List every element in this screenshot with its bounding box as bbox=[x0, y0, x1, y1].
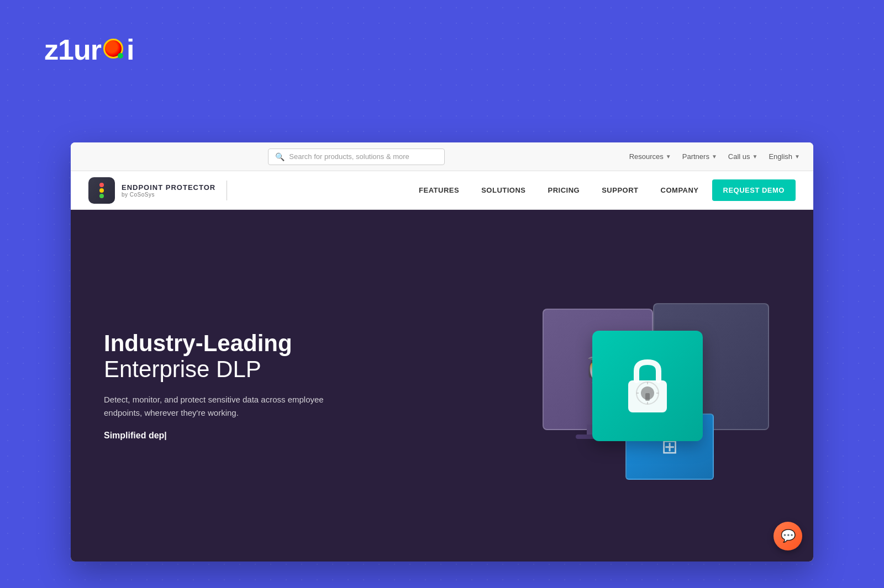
company-link[interactable]: COMPANY bbox=[652, 182, 708, 199]
devices-container: 🐧 bbox=[543, 303, 775, 480]
zluri-logo: z1uri bbox=[44, 33, 134, 66]
search-icon: 🔍 bbox=[275, 152, 285, 161]
callus-label: Call us bbox=[728, 152, 750, 161]
resources-chevron: ▼ bbox=[666, 153, 671, 160]
brand-name: ENDPOINT PROTECTOR bbox=[122, 183, 215, 192]
hero-section: Industry-Leading Enterprise DLP Detect, … bbox=[71, 210, 813, 561]
main-nav: ENDPOINT PROTECTOR by CoSoSys FEATURES S… bbox=[71, 171, 813, 210]
top-bar-right: Resources ▼ Partners ▼ Call us ▼ English… bbox=[629, 152, 800, 161]
hero-title-normal: Enterprise DLP bbox=[104, 357, 325, 382]
search-placeholder: Search for products, solutions & more bbox=[289, 152, 438, 161]
callus-nav[interactable]: Call us ▼ bbox=[728, 152, 758, 161]
search-box[interactable]: 🔍 Search for products, solutions & more bbox=[268, 149, 445, 165]
callus-chevron: ▼ bbox=[753, 153, 758, 160]
support-link[interactable]: SUPPORT bbox=[593, 182, 647, 199]
ep-logo-icon bbox=[88, 177, 115, 204]
browser-card: 🔍 Search for products, solutions & more … bbox=[71, 142, 813, 561]
hero-description: Detect, monitor, and protect sensitive d… bbox=[104, 393, 325, 420]
tl-green bbox=[99, 194, 104, 198]
zluri-dot-icon bbox=[103, 39, 123, 59]
language-label: English bbox=[769, 152, 792, 161]
partners-chevron: ▼ bbox=[712, 153, 717, 160]
zluri-logo-text: z1ur bbox=[44, 33, 101, 66]
partners-label: Partners bbox=[682, 152, 709, 161]
language-chevron: ▼ bbox=[794, 153, 800, 160]
tl-yellow bbox=[99, 188, 104, 193]
lock-icon bbox=[620, 356, 675, 416]
chat-icon: 💬 bbox=[781, 529, 796, 543]
main-nav-links: FEATURES SOLUTIONS PRICING SUPPORT COMPA… bbox=[410, 179, 796, 201]
zluri-logo-text2: i bbox=[127, 33, 134, 66]
search-container: 🔍 Search for products, solutions & more bbox=[84, 149, 629, 165]
partners-nav[interactable]: Partners ▼ bbox=[682, 152, 717, 161]
hero-title: Industry-Leading Enterprise DLP bbox=[104, 331, 325, 382]
svg-rect-2 bbox=[645, 393, 650, 401]
resources-label: Resources bbox=[629, 152, 664, 161]
top-utility-bar: 🔍 Search for products, solutions & more … bbox=[71, 142, 813, 171]
solutions-link[interactable]: SOLUTIONS bbox=[472, 182, 534, 199]
tl-red bbox=[99, 183, 104, 187]
language-nav[interactable]: English ▼ bbox=[769, 152, 800, 161]
brand-sub: by CoSoSys bbox=[122, 192, 215, 198]
nav-divider bbox=[227, 181, 227, 200]
resources-nav[interactable]: Resources ▼ bbox=[629, 152, 671, 161]
hero-cta-text: Simplified dep| bbox=[104, 431, 325, 441]
hero-title-bold: Industry-Leading bbox=[104, 331, 325, 356]
features-link[interactable]: FEATURES bbox=[410, 182, 468, 199]
hero-content: Industry-Leading Enterprise DLP Detect, … bbox=[71, 210, 358, 561]
request-demo-button[interactable]: REQUEST DEMO bbox=[712, 179, 796, 201]
lock-card bbox=[592, 331, 703, 441]
chat-button[interactable]: 💬 bbox=[774, 522, 802, 550]
hero-illustration: 🐧 bbox=[526, 221, 791, 561]
brand-logo-area: ENDPOINT PROTECTOR by CoSoSys bbox=[88, 177, 231, 204]
ep-text-area: ENDPOINT PROTECTOR by CoSoSys bbox=[122, 183, 215, 198]
pricing-link[interactable]: PRICING bbox=[539, 182, 589, 199]
